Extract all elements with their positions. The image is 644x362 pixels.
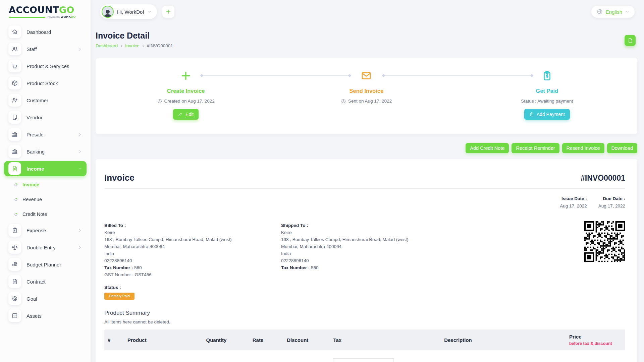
main-content: Invoice Detail Dashboard › Invoice › #IN… — [91, 0, 644, 362]
preview-invoice-button[interactable] — [625, 35, 636, 46]
user-menu[interactable]: Hi, WorkDo! — [100, 4, 157, 19]
invoice-dates: Issue Date : Aug 17, 2022 Due Date : Aug… — [104, 196, 625, 208]
file-invoice-icon — [8, 162, 21, 175]
invoice-number: #INVO00001 — [581, 174, 625, 183]
download-button[interactable]: Download — [607, 143, 638, 153]
user-greeting: Hi, WorkDo! — [117, 9, 144, 15]
user-plus-icon — [8, 94, 21, 107]
sidebar-item-budget-planner[interactable]: Budget Planner — [4, 257, 87, 272]
status-block: Status : Partialy Paid — [104, 285, 625, 300]
add-credit-note-button[interactable]: Add Credit Note — [466, 143, 509, 153]
sidebar-item-label: Income — [26, 166, 44, 172]
sidebar-item-expense[interactable]: Expense — [4, 223, 87, 238]
tax-detail-box: CGST (5.5%) 4.95$ — [333, 358, 394, 362]
sidebar-item-goal[interactable]: Goal — [4, 291, 87, 306]
sidebar-menu: DashboardStaffProduct & ServicesProduct … — [0, 18, 91, 323]
breadcrumb-separator: › — [143, 44, 144, 48]
edit-invoice-button[interactable]: Edit — [173, 109, 199, 120]
clipboard-dollar-icon — [8, 224, 21, 237]
sidebar-subitem-label: Credit Note — [22, 212, 47, 217]
step-meta: Status : Awaiting payment — [521, 99, 573, 104]
sidebar-item-banking[interactable]: Banking — [4, 144, 87, 159]
language-selector[interactable]: English — [591, 6, 635, 18]
app-logo-text: ACCOUNTGO — [9, 5, 91, 14]
sidebar-item-staff[interactable]: Staff — [4, 41, 87, 57]
sidebar-item-product-services[interactable]: Product & Services — [4, 58, 87, 74]
cell-description: Giving information on its origins. — [441, 350, 566, 362]
sidebar-item-label: Assets — [26, 313, 42, 319]
cell-tax: CGST (5.5%) 4.95$ — [330, 350, 441, 362]
clipboard-dollar-icon — [529, 112, 534, 117]
chevron-down-icon — [625, 10, 629, 14]
invoice-progress-card: Create Invoice Created on Aug 17, 2022 E… — [96, 58, 637, 134]
logo-tagline: Powered By WORKDO — [47, 15, 76, 18]
users-icon — [8, 43, 21, 55]
sidebar-item-label: Staff — [26, 46, 37, 52]
step-title: Get Paid — [536, 88, 558, 94]
sidebar-subitem-credit-note[interactable]: Credit Note — [10, 207, 87, 221]
qr-code — [584, 221, 625, 262]
divider — [104, 188, 625, 189]
breadcrumb-invoice[interactable]: Invoice — [125, 43, 140, 48]
col-num: # — [104, 329, 124, 350]
sidebar-item-dashboard[interactable]: Dashboard — [4, 24, 87, 40]
archive-icon — [8, 309, 21, 322]
file-text-icon — [8, 275, 21, 288]
breadcrumb-dashboard[interactable]: Dashboard — [96, 43, 118, 48]
coins-icon — [8, 258, 21, 271]
status-badge: Partialy Paid — [104, 293, 135, 300]
sidebar-item-label: Customer — [26, 98, 48, 103]
sidebar-item-vendor[interactable]: Vendor — [4, 110, 87, 125]
sidebar-item-income[interactable]: Income — [4, 161, 87, 176]
table-header-row: # Product Quantity Rate Discount Tax Des… — [104, 329, 625, 350]
invoice-heading: Invoice — [104, 173, 135, 183]
chevron-right-icon — [78, 245, 82, 250]
cell-quantity: 1 (Pc) — [203, 350, 249, 362]
quick-add-button[interactable] — [162, 6, 174, 18]
bank-icon — [8, 128, 21, 141]
app-logo[interactable]: ACCOUNTGO Powered By WORKDO — [0, 0, 91, 18]
receipt-reminder-button[interactable]: Receipt Reminder — [512, 143, 559, 153]
breadcrumb: Dashboard › Invoice › #INVO00001 — [96, 43, 637, 48]
sidebar-item-presale[interactable]: Presale — [4, 127, 87, 142]
sidebar-subitem-revenue[interactable]: Revenue — [10, 193, 87, 206]
clock-icon — [341, 99, 346, 104]
chevron-right-icon — [78, 149, 82, 154]
chevron-right-icon — [78, 47, 82, 51]
sidebar-subitem-invoice[interactable]: Invoice — [10, 178, 87, 191]
col-tax: Tax — [330, 329, 441, 350]
cube-icon — [8, 77, 21, 89]
bullet-icon — [14, 197, 18, 202]
col-price: Pricebefore tax & discount — [566, 329, 625, 350]
pencil-icon — [178, 112, 183, 117]
sidebar-item-customer[interactable]: Customer — [4, 93, 87, 108]
issue-date: Issue Date : Aug 17, 2022 — [560, 196, 587, 208]
col-rate: Rate — [249, 329, 283, 350]
col-quantity: Quantity — [203, 329, 249, 350]
invoice-actions: Add Credit Note Receipt Reminder Resend … — [96, 143, 637, 153]
sidebar-item-product-stock[interactable]: Product Stock — [4, 75, 87, 91]
product-summary-title: Product Summary — [104, 310, 625, 316]
invoice-card: Invoice #INVO00001 Issue Date : Aug 17, … — [96, 159, 637, 362]
chevron-right-icon — [78, 228, 82, 233]
add-payment-button[interactable]: Add Payment — [524, 109, 570, 120]
resend-invoice-button[interactable]: Resend Invoice — [562, 143, 604, 153]
sidebar-item-contract[interactable]: Contract — [4, 274, 87, 289]
language-label: English — [606, 9, 622, 15]
sidebar-item-label: Budget Planner — [26, 262, 61, 267]
sidebar-item-assets[interactable]: Assets — [4, 308, 87, 323]
step-title: Send Invoice — [350, 88, 384, 94]
cell-num: 1 — [104, 350, 124, 362]
table-row: 1 Bicycle Accessories 1 (Pc) 90.00$ 0.00… — [104, 350, 625, 362]
home-icon — [8, 25, 21, 38]
bullet-icon — [14, 183, 18, 187]
clipboard-dollar-icon — [538, 69, 556, 82]
bullet-icon — [14, 212, 18, 217]
plus-icon — [165, 9, 171, 15]
cell-rate: 90.00$ — [249, 350, 283, 362]
clock-icon — [157, 99, 162, 104]
sidebar-item-double-entry[interactable]: Double Entry — [4, 240, 87, 255]
topbar: Hi, WorkDo! English — [91, 0, 644, 23]
cell-discount: 0.00$ — [283, 350, 330, 362]
col-discount: Discount — [283, 329, 330, 350]
